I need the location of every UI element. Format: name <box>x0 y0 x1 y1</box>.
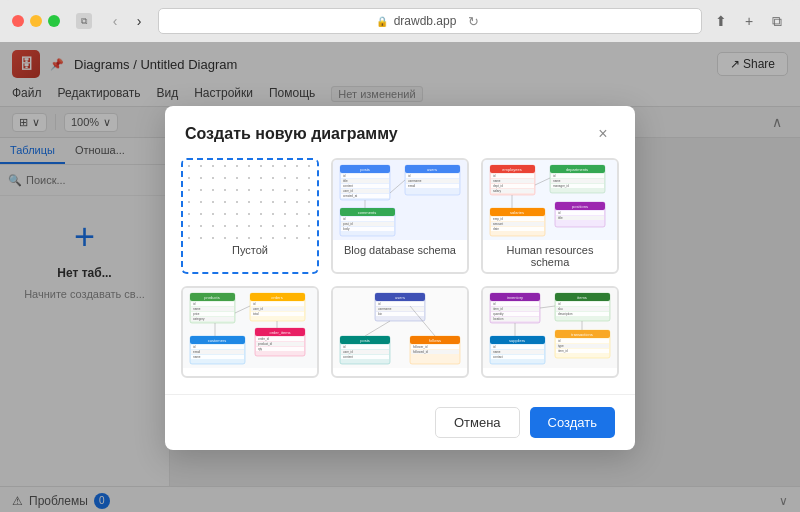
new-tab-button[interactable]: + <box>738 10 760 32</box>
template-blog[interactable]: posts id title content user_id crea <box>331 158 469 274</box>
svg-text:id: id <box>558 211 561 215</box>
svg-text:id: id <box>558 339 561 343</box>
hr-schema-svg: employees id name dept_id salary <box>483 160 617 240</box>
svg-text:user_id: user_id <box>253 307 263 311</box>
reload-button[interactable]: ↻ <box>462 10 484 32</box>
svg-text:users: users <box>427 167 437 172</box>
modal-title: Создать новую диаграмму <box>185 125 398 143</box>
inventory-preview: inventory id item_id quantity location <box>483 288 617 368</box>
share-browser-button[interactable]: ⬆ <box>710 10 732 32</box>
svg-text:id: id <box>493 345 496 349</box>
svg-rect-3 <box>341 174 389 178</box>
forward-button[interactable]: › <box>128 10 150 32</box>
window-tile-button[interactable]: ⧉ <box>76 13 92 29</box>
svg-text:order_id: order_id <box>258 337 269 341</box>
template-social-label <box>333 368 467 376</box>
svg-text:title: title <box>558 216 563 220</box>
svg-rect-162 <box>491 345 544 349</box>
sidebar-browser-button[interactable]: ⧉ <box>766 10 788 32</box>
svg-text:date: date <box>493 227 499 231</box>
svg-text:departments: departments <box>566 167 588 172</box>
svg-text:name: name <box>193 307 201 311</box>
svg-rect-16 <box>406 174 459 178</box>
svg-rect-47 <box>551 174 604 178</box>
svg-rect-89 <box>251 312 304 316</box>
svg-rect-155 <box>556 307 609 311</box>
svg-rect-173 <box>556 344 609 348</box>
close-traffic-light[interactable] <box>12 15 24 27</box>
svg-text:user_id: user_id <box>343 189 353 193</box>
svg-line-177 <box>540 306 555 308</box>
svg-rect-5 <box>341 179 389 183</box>
svg-text:products: products <box>204 295 219 300</box>
minimize-traffic-light[interactable] <box>30 15 42 27</box>
svg-text:salary: salary <box>493 189 502 193</box>
svg-rect-107 <box>256 347 304 351</box>
svg-text:description: description <box>558 312 573 316</box>
svg-text:location: location <box>493 317 504 321</box>
svg-text:employees: employees <box>502 167 521 172</box>
svg-text:follows: follows <box>429 338 441 343</box>
svg-text:total: total <box>253 312 259 316</box>
maximize-traffic-light[interactable] <box>48 15 60 27</box>
svg-text:id: id <box>553 174 556 178</box>
svg-text:created_at: created_at <box>343 194 357 198</box>
template-inventory[interactable]: inventory id item_id quantity location <box>481 286 619 378</box>
lock-icon: 🔒 <box>376 16 388 27</box>
svg-text:id: id <box>253 302 256 306</box>
modal-close-button[interactable]: × <box>591 122 615 146</box>
blog-schema-svg: posts id title content user_id crea <box>333 160 467 240</box>
svg-text:item_id: item_id <box>558 349 568 353</box>
svg-line-31 <box>390 180 405 193</box>
svg-text:inventory: inventory <box>507 295 523 300</box>
svg-text:positions: positions <box>572 204 588 209</box>
social-preview: users id username bio posts <box>333 288 467 368</box>
address-bar[interactable]: 🔒 drawdb.app ↻ <box>158 8 702 34</box>
svg-text:id: id <box>343 345 346 349</box>
svg-text:qty: qty <box>258 347 263 351</box>
svg-text:sku: sku <box>558 307 563 311</box>
svg-line-109 <box>235 306 250 313</box>
back-button[interactable]: ‹ <box>104 10 126 32</box>
create-button[interactable]: Создать <box>530 407 615 438</box>
template-ecommerce[interactable]: products id name price category <box>181 286 319 378</box>
svg-text:bio: bio <box>378 312 382 316</box>
svg-text:category: category <box>193 317 205 321</box>
ecommerce-preview: products id name price category <box>183 288 317 368</box>
modal-body: Пустой posts id <box>165 158 635 394</box>
template-blog-label: Blog database schema <box>333 240 467 260</box>
template-ecommerce-label <box>183 368 317 376</box>
svg-text:email: email <box>193 350 201 354</box>
svg-text:email: email <box>408 184 416 188</box>
svg-text:username: username <box>408 179 422 183</box>
svg-rect-36 <box>491 174 534 178</box>
svg-text:id: id <box>408 174 411 178</box>
svg-text:name: name <box>553 179 561 183</box>
svg-text:id: id <box>343 174 346 178</box>
browser-titlebar: ⧉ ‹ › 🔒 drawdb.app ↻ ⬆ + ⧉ <box>0 0 800 42</box>
template-hr[interactable]: employees id name dept_id salary <box>481 158 619 274</box>
svg-text:users: users <box>395 295 405 300</box>
modal-overlay: Создать новую диаграмму × Пустой <box>0 42 800 512</box>
app-content: 🗄 📌 Diagrams / Untitled Diagram ↗ Share … <box>0 42 800 512</box>
cancel-button[interactable]: Отмена <box>435 407 520 438</box>
svg-text:title: title <box>343 179 348 183</box>
hr-preview: employees id name dept_id salary <box>483 160 617 240</box>
svg-text:emp_id: emp_id <box>493 217 503 221</box>
template-inventory-label <box>483 368 617 376</box>
svg-text:followed_id: followed_id <box>413 350 428 354</box>
svg-text:name: name <box>493 350 501 354</box>
nav-buttons: ‹ › <box>104 10 150 32</box>
svg-text:product_id: product_id <box>258 342 272 346</box>
svg-rect-124 <box>341 345 389 349</box>
svg-rect-115 <box>376 302 424 306</box>
svg-text:content: content <box>343 355 353 359</box>
template-blank[interactable]: Пустой <box>181 158 319 274</box>
template-social[interactable]: users id username bio posts <box>331 286 469 378</box>
blog-preview: posts id title content user_id crea <box>333 160 467 240</box>
modal-header: Создать новую диаграмму × <box>165 106 635 158</box>
svg-text:id: id <box>193 302 196 306</box>
template-hr-label: Human resources schema <box>483 240 617 272</box>
blank-preview <box>183 160 317 240</box>
traffic-lights <box>12 15 60 27</box>
